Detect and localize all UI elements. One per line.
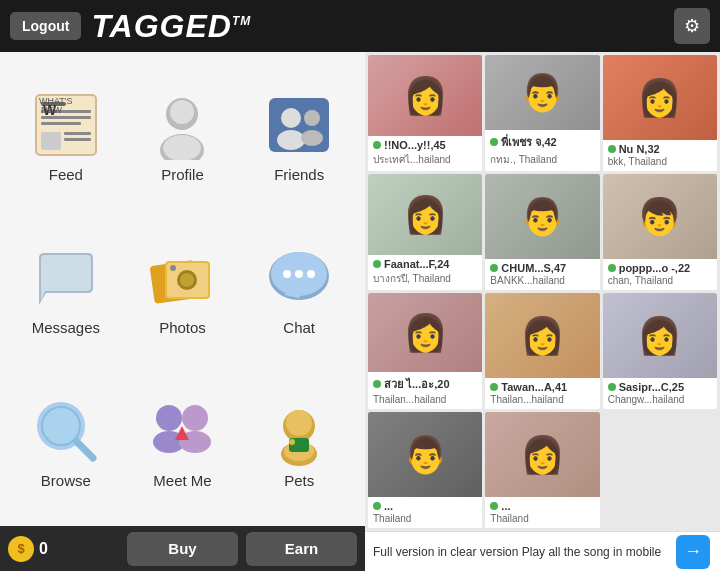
svg-rect-6 bbox=[64, 132, 91, 135]
profile-photo: 👩 bbox=[603, 55, 717, 140]
profile-info: สวย ไ...อะ,20 Thailan...hailand bbox=[368, 372, 482, 409]
profile-name: พี่เพชร จ,42 bbox=[490, 133, 594, 151]
profile-card[interactable]: 👩 Tawan...A,41 Thailan...hailand bbox=[485, 293, 599, 409]
coin-count: 0 bbox=[39, 540, 48, 558]
arrow-button[interactable]: → bbox=[676, 535, 710, 569]
profile-name: Faanat...F,24 bbox=[373, 258, 477, 270]
svg-point-29 bbox=[295, 270, 303, 278]
profile-card[interactable]: 👦 poppp...o -,22 chan, Thailand bbox=[603, 174, 717, 290]
profile-emoji: 👩 bbox=[368, 293, 482, 372]
profile-photo: 👩 bbox=[368, 55, 482, 136]
svg-point-19 bbox=[301, 130, 323, 146]
profile-photo: 👩 bbox=[485, 412, 599, 497]
svg-point-28 bbox=[283, 270, 291, 278]
nav-item-pets[interactable]: Pets bbox=[243, 368, 355, 516]
svg-point-30 bbox=[307, 270, 315, 278]
bottom-bar-left: $ 0 Buy Earn bbox=[0, 526, 365, 571]
right-panel: 👩 !!NO...y!!,45 ประเทศไ...hailand 👨 พี่เ… bbox=[365, 52, 720, 571]
settings-button[interactable]: ⚙ bbox=[674, 8, 710, 44]
profile-location: Thailand bbox=[490, 513, 594, 524]
photos-label: Photos bbox=[159, 319, 206, 336]
profile-card[interactable]: 👨 ... Thailand bbox=[368, 412, 482, 528]
pets-label: Pets bbox=[284, 472, 314, 489]
meetme-icon bbox=[147, 396, 217, 466]
profile-location: ประเทศไ...hailand bbox=[373, 152, 477, 167]
coin-icon: $ bbox=[8, 536, 34, 562]
profile-photo: 👩 bbox=[368, 174, 482, 255]
profile-name: ... bbox=[490, 500, 594, 512]
profile-photo: 👨 bbox=[485, 55, 599, 130]
profile-card[interactable]: 👩 !!NO...y!!,45 ประเทศไ...hailand bbox=[368, 55, 482, 171]
svg-rect-4 bbox=[41, 122, 81, 125]
app-logo: TAGGEDTM bbox=[91, 8, 664, 45]
app-header: Logout TAGGEDTM ⚙ bbox=[0, 0, 720, 52]
nav-item-messages[interactable]: Messages bbox=[10, 215, 122, 363]
profile-info: ... Thailand bbox=[368, 497, 482, 528]
nav-item-meetme[interactable]: Meet Me bbox=[127, 368, 239, 516]
profile-card[interactable]: 👨 CHUM...S,47 BANKK...hailand bbox=[485, 174, 599, 290]
profile-photo: 👨 bbox=[485, 174, 599, 259]
svg-point-14 bbox=[163, 135, 201, 160]
profile-info: CHUM...S,47 BANKK...hailand bbox=[485, 259, 599, 290]
svg-point-16 bbox=[281, 108, 301, 128]
messages-label: Messages bbox=[32, 319, 100, 336]
profile-location: กทม., Thailand bbox=[490, 152, 594, 167]
profile-card[interactable]: 👩 Faanat...F,24 บางกรปี, Thailand bbox=[368, 174, 482, 290]
profile-name: !!NO...y!!,45 bbox=[373, 139, 477, 151]
profile-card[interactable]: 👩 Sasipr...C,25 Changw...hailand bbox=[603, 293, 717, 409]
svg-point-34 bbox=[156, 405, 182, 431]
meetme-label: Meet Me bbox=[153, 472, 211, 489]
online-indicator bbox=[373, 502, 381, 510]
notification-text: Full version in clear version Play all t… bbox=[373, 545, 676, 559]
profile-location: Thailand bbox=[373, 513, 477, 524]
nav-item-friends[interactable]: Friends bbox=[243, 62, 355, 210]
earn-button[interactable]: Earn bbox=[246, 532, 357, 566]
profile-location: Thailan...hailand bbox=[373, 394, 477, 405]
profile-emoji: 👩 bbox=[368, 174, 482, 255]
nav-item-photos[interactable]: Photos bbox=[127, 215, 239, 363]
profile-card[interactable]: 👩 ... Thailand bbox=[485, 412, 599, 528]
svg-line-33 bbox=[77, 442, 93, 458]
nav-item-profile[interactable]: Profile bbox=[127, 62, 239, 210]
profile-icon bbox=[147, 90, 217, 160]
online-indicator bbox=[490, 138, 498, 146]
profile-name: Nu N,32 bbox=[608, 143, 712, 155]
browse-label: Browse bbox=[41, 472, 91, 489]
profile-card[interactable]: 👨 พี่เพชร จ,42 กทม., Thailand bbox=[485, 55, 599, 171]
profile-photo: 👩 bbox=[368, 293, 482, 372]
profile-card[interactable]: 👩 Nu N,32 bkk, Thailand bbox=[603, 55, 717, 171]
logout-button[interactable]: Logout bbox=[10, 12, 81, 40]
nav-item-feed[interactable]: W WHAT'S NEW Feed bbox=[10, 62, 122, 210]
profile-card[interactable]: 👩 สวย ไ...อะ,20 Thailan...hailand bbox=[368, 293, 482, 409]
nav-item-chat[interactable]: Chat bbox=[243, 215, 355, 363]
svg-point-36 bbox=[182, 405, 208, 431]
svg-point-32 bbox=[43, 408, 79, 444]
profile-label: Profile bbox=[161, 166, 204, 183]
profile-photo: 👨 bbox=[368, 412, 482, 497]
pets-icon bbox=[264, 396, 334, 466]
profile-location: chan, Thailand bbox=[608, 275, 712, 286]
nav-item-browse[interactable]: Browse bbox=[10, 368, 122, 516]
messages-icon bbox=[31, 243, 101, 313]
profile-info: พี่เพชร จ,42 กทม., Thailand bbox=[485, 130, 599, 171]
profile-name: สวย ไ...อะ,20 bbox=[373, 375, 477, 393]
friends-label: Friends bbox=[274, 166, 324, 183]
profile-emoji: 👨 bbox=[485, 174, 599, 259]
profile-info: Sasipr...C,25 Changw...hailand bbox=[603, 378, 717, 409]
profile-location: BANKK...hailand bbox=[490, 275, 594, 286]
feed-icon: W WHAT'S NEW bbox=[31, 90, 101, 160]
svg-point-18 bbox=[304, 110, 320, 126]
chat-label: Chat bbox=[283, 319, 315, 336]
profile-info: Tawan...A,41 Thailan...hailand bbox=[485, 378, 599, 409]
online-indicator bbox=[373, 380, 381, 388]
online-indicator bbox=[608, 145, 616, 153]
profile-location: Thailan...hailand bbox=[490, 394, 594, 405]
friends-icon bbox=[264, 90, 334, 160]
svg-point-41 bbox=[286, 410, 312, 436]
profile-emoji: 👩 bbox=[485, 412, 599, 497]
profile-emoji: 👩 bbox=[603, 293, 717, 378]
profile-emoji: 👦 bbox=[603, 174, 717, 259]
feed-label: Feed bbox=[49, 166, 83, 183]
profile-info: ... Thailand bbox=[485, 497, 599, 528]
buy-button[interactable]: Buy bbox=[127, 532, 238, 566]
